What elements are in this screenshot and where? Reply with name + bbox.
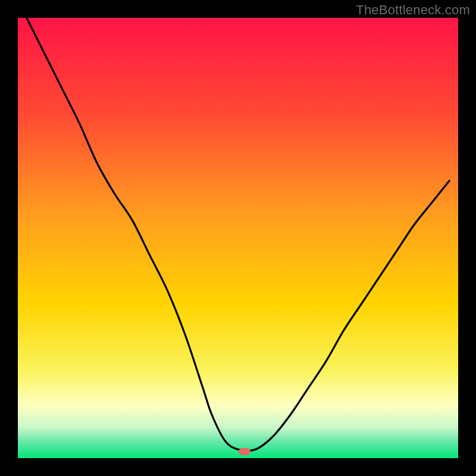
plot-background <box>18 18 458 458</box>
bottleneck-chart <box>0 0 476 476</box>
optimal-point-marker <box>239 448 250 455</box>
watermark-text: TheBottleneck.com <box>356 2 470 18</box>
chart-container: TheBottleneck.com <box>0 0 476 476</box>
